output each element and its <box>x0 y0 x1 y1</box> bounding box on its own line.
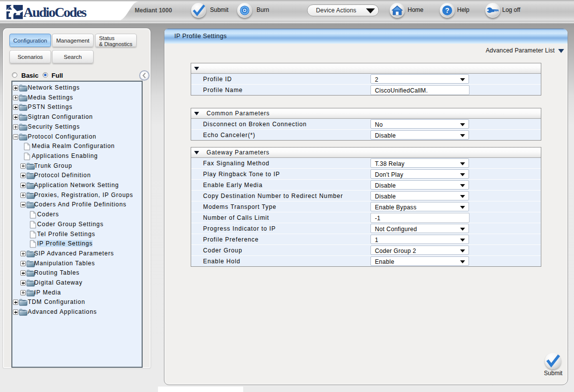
svg-text:?: ? <box>445 6 450 14</box>
